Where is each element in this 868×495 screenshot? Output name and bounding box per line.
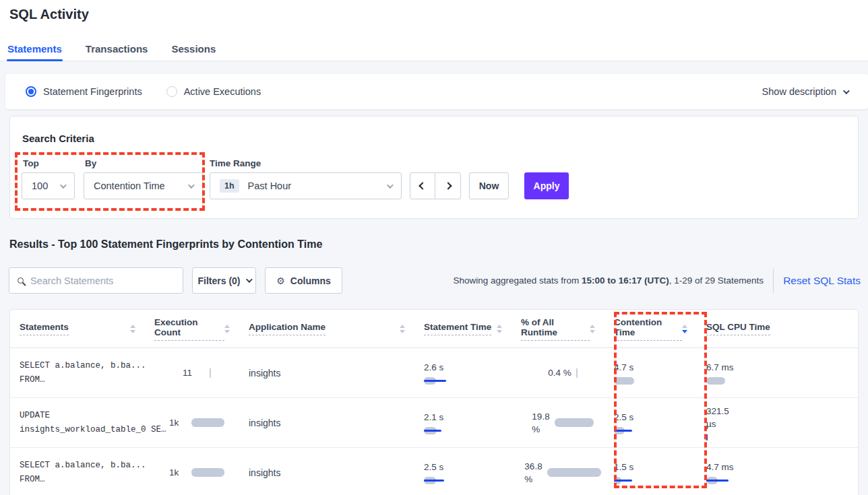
gear-icon: ⚙ bbox=[276, 275, 285, 286]
statements-table: Statements Execution Count Application N… bbox=[9, 309, 859, 495]
radio-active-executions[interactable]: Active Executions bbox=[166, 86, 261, 97]
tab-statements[interactable]: Statements bbox=[7, 36, 63, 61]
application-name-value: insights bbox=[249, 368, 414, 378]
top-select-value: 100 bbox=[32, 180, 48, 191]
metric-value: 2.5 s bbox=[424, 461, 512, 473]
metric-value: 1.5 s bbox=[614, 461, 697, 473]
sort-icon[interactable] bbox=[590, 325, 595, 333]
search-statements-input[interactable] bbox=[30, 275, 175, 286]
chevron-right-icon bbox=[444, 182, 452, 189]
radio-label: Statement Fingerprints bbox=[43, 86, 142, 97]
chevron-down-icon bbox=[60, 182, 67, 189]
column-header-statement-time[interactable]: Statement Time bbox=[414, 310, 512, 348]
statement-cell[interactable]: SELECT a.balance, b.ba...FROM… bbox=[10, 348, 145, 397]
metric-value: 0.4 % bbox=[548, 366, 571, 379]
bar-tick bbox=[706, 434, 708, 440]
table-row: SELECT a.balance, b.ba...FROM…11insights… bbox=[10, 348, 858, 398]
execution-count-cell: 1k bbox=[145, 398, 239, 447]
column-header-execution-count[interactable]: Execution Count bbox=[145, 310, 239, 348]
column-header-application-name[interactable]: Application Name bbox=[239, 310, 414, 348]
now-button[interactable]: Now bbox=[469, 172, 509, 199]
table-row: SELECT a.balance, b.ba...FROM…1kinsights… bbox=[10, 448, 858, 495]
page-title: SQL Activity bbox=[9, 7, 89, 22]
count-bar bbox=[191, 468, 224, 477]
application-name-value: insights bbox=[249, 467, 414, 478]
metric-value: 36.8% bbox=[524, 460, 542, 486]
bar-gray bbox=[614, 377, 634, 385]
time-range-select[interactable]: 1h Past Hour bbox=[210, 172, 402, 199]
radio-statement-fingerprints[interactable]: Statement Fingerprints bbox=[26, 86, 142, 97]
statement-text: FROM… bbox=[20, 473, 145, 487]
contention-time-cell: 2.5 s bbox=[604, 398, 697, 447]
aggregated-stats-text: Showing aggregated stats from 15:00 to 1… bbox=[453, 275, 764, 286]
duration-bar bbox=[614, 377, 634, 385]
sort-icon[interactable] bbox=[400, 325, 405, 333]
tab-transactions[interactable]: Transactions bbox=[85, 36, 149, 61]
table-row: UPDATEinsights_workload_table_0 SE…1kins… bbox=[10, 398, 858, 448]
sort-icon[interactable] bbox=[224, 325, 230, 333]
show-description-label: Show description bbox=[762, 86, 836, 97]
view-toggle-bar: Statement Fingerprints Active Executions… bbox=[5, 74, 868, 109]
radio-unselected-icon[interactable] bbox=[166, 86, 177, 97]
metric-value: 6.7 ms bbox=[706, 361, 858, 374]
statement-time-cell: 2.6 s bbox=[414, 348, 512, 397]
duration-bar bbox=[614, 427, 632, 434]
top-select[interactable]: 100 bbox=[22, 172, 75, 199]
bar-blue bbox=[706, 480, 728, 482]
next-time-button[interactable] bbox=[435, 173, 460, 199]
statement-text: UPDATE bbox=[20, 409, 145, 423]
column-header-statements[interactable]: Statements bbox=[10, 310, 145, 348]
statement-text: SELECT a.balance, b.ba... bbox=[20, 359, 145, 373]
duration-bar bbox=[706, 434, 708, 441]
contention-time-cell: 4.7 s bbox=[604, 348, 697, 397]
bar-blue bbox=[614, 480, 632, 482]
sql-cpu-cell: 4.7 ms bbox=[697, 448, 858, 495]
pct-runtime-cell: 0.4 % bbox=[512, 348, 604, 397]
search-statements-box[interactable] bbox=[9, 267, 183, 294]
chevron-down-icon bbox=[245, 276, 252, 283]
page-header: SQL Activity Statements Transactions Ses… bbox=[0, 0, 868, 61]
filters-button[interactable]: Filters (0) bbox=[192, 267, 256, 294]
metric-value: 321.5µs bbox=[706, 405, 858, 430]
statement-time-cell: 2.1 s bbox=[414, 398, 512, 447]
statement-text: SELECT a.balance, b.ba... bbox=[20, 459, 145, 473]
previous-time-button[interactable] bbox=[410, 173, 435, 199]
bar-blue bbox=[424, 380, 446, 382]
sort-icon[interactable] bbox=[130, 325, 135, 333]
tab-bar: Statements Transactions Sessions bbox=[7, 36, 216, 61]
application-name-cell: insights bbox=[239, 348, 414, 397]
columns-button[interactable]: ⚙ Columns bbox=[265, 267, 342, 294]
bar-blue bbox=[614, 430, 632, 432]
reset-sql-stats-link[interactable]: Reset SQL Stats bbox=[783, 275, 861, 287]
execution-count-cell: 1k bbox=[145, 448, 239, 495]
application-name-value: insights bbox=[249, 418, 414, 428]
apply-button[interactable]: Apply bbox=[524, 172, 569, 199]
column-header-contention-time[interactable]: Contention Time bbox=[604, 310, 697, 348]
column-header-pct-of-all-runtime[interactable]: % of All Runtime bbox=[512, 310, 604, 348]
count-bar-tick bbox=[210, 368, 211, 378]
statement-cell[interactable]: SELECT a.balance, b.ba...FROM… bbox=[10, 448, 145, 495]
tab-sessions[interactable]: Sessions bbox=[170, 36, 216, 61]
execution-count-value: 11 bbox=[183, 368, 205, 378]
table-header-row: Statements Execution Count Application N… bbox=[10, 310, 858, 348]
statement-text: FROM… bbox=[20, 373, 145, 387]
columns-label: Columns bbox=[290, 275, 331, 286]
column-header-sql-cpu-time[interactable]: SQL CPU Time bbox=[697, 310, 858, 348]
table-body: SELECT a.balance, b.ba...FROM…11insights… bbox=[10, 348, 858, 495]
time-range-value: Past Hour bbox=[248, 180, 291, 191]
sql-activity-page: SQL Activity Statements Transactions Ses… bbox=[0, 0, 868, 495]
contention-time-cell: 1.5 s bbox=[604, 448, 697, 495]
execution-count-value: 1k bbox=[169, 467, 191, 477]
sort-icon[interactable] bbox=[497, 325, 502, 333]
sort-icon-active-desc[interactable] bbox=[682, 325, 687, 333]
by-select[interactable]: Contention Time bbox=[84, 172, 203, 199]
pct-bar-tick bbox=[576, 368, 578, 378]
radio-selected-icon[interactable] bbox=[26, 86, 36, 97]
metric-value: 4.7 s bbox=[614, 361, 697, 374]
toolbar-divider bbox=[773, 269, 774, 293]
show-description-toggle[interactable]: Show description bbox=[762, 86, 848, 97]
statement-text: insights_workload_table_0 SE… bbox=[20, 423, 145, 437]
duration-bar bbox=[706, 377, 725, 385]
statement-cell[interactable]: UPDATEinsights_workload_table_0 SE… bbox=[10, 398, 145, 447]
metric-value: 19.8% bbox=[532, 410, 549, 436]
